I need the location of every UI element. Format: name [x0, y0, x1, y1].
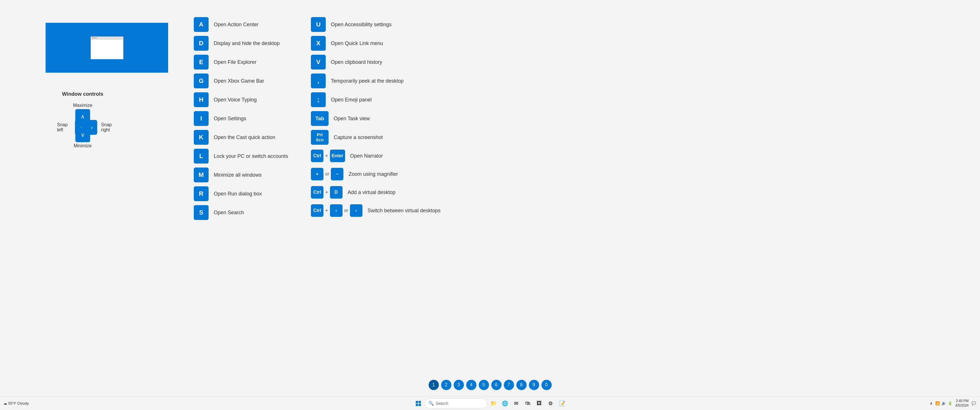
- taskbar-settings[interactable]: ⚙: [546, 398, 556, 408]
- window-dot: [92, 37, 93, 38]
- page-4[interactable]: 4: [466, 380, 476, 390]
- shortcut-label-ctrl-arrows: Switch between virtual desktops: [368, 208, 441, 214]
- taskbar-photos[interactable]: 🖼: [534, 398, 544, 408]
- key-comma: ,: [311, 73, 326, 88]
- or-text-2: or: [344, 208, 348, 213]
- shortcut-label-M: Minimize all windows: [214, 172, 262, 178]
- page-0[interactable]: 0: [541, 380, 552, 390]
- minimize-button[interactable]: ∨: [75, 127, 90, 142]
- shortcuts-section: A Open Action Center D Display and hide …: [194, 17, 441, 220]
- page-8[interactable]: 8: [516, 380, 527, 390]
- window-preview: [46, 23, 168, 73]
- taskbar-right: ∧ 📶 🔊 🔋 2:40 PM 4/5/2024 💬: [928, 399, 980, 408]
- combo-ctrl-d: Ctrl + D: [311, 186, 342, 199]
- window-controls-section: Window controls Maximize ∧ Snap left ‹ ›…: [57, 91, 108, 148]
- shortcut-label-H: Open Voice Typing: [214, 97, 257, 103]
- notification-button[interactable]: 💬: [971, 400, 977, 406]
- key-plus: +: [311, 168, 323, 180]
- window-inner: [91, 37, 123, 59]
- key-enter: Enter: [330, 149, 345, 162]
- page-6[interactable]: 6: [491, 380, 501, 390]
- key-S: S: [194, 205, 208, 220]
- svg-rect-1: [418, 401, 421, 403]
- page-2[interactable]: 2: [441, 380, 452, 390]
- key-ctrl-2: Ctrl: [311, 186, 323, 199]
- weather-icon: ☁: [3, 401, 7, 405]
- shortcut-tab: Tab Open Task view: [311, 111, 441, 126]
- tray-network[interactable]: 📶: [935, 400, 940, 406]
- key-G: G: [194, 73, 208, 88]
- page-5[interactable]: 5: [479, 380, 489, 390]
- start-button[interactable]: [413, 398, 423, 408]
- shortcut-comma: , Temporarily peek at the desktop: [311, 73, 441, 88]
- key-V: V: [311, 55, 326, 70]
- shortcuts-column-left: A Open Action Center D Display and hide …: [194, 17, 288, 220]
- taskbar-edge[interactable]: 🌐: [500, 398, 510, 408]
- taskbar-center: 🔍 Search 📁 🌐 ✉ 🛍 🖼 ⚙ 📝: [413, 398, 567, 408]
- shortcut-label-ctrl-d: Add a virtual desktop: [348, 189, 396, 195]
- plus-icon-3: +: [325, 208, 328, 214]
- window-preview-section: [46, 23, 168, 73]
- shortcut-A: A Open Action Center: [194, 17, 288, 32]
- shortcut-label-prtscn: Capture a screenshot: [334, 135, 383, 140]
- shortcut-label-R: Open Run dialog box: [214, 191, 262, 197]
- shortcut-ctrl-arrows: Ctrl + ‹ or › Switch between virtual des…: [311, 203, 441, 218]
- shortcut-label-tab: Open Task view: [334, 116, 370, 122]
- shortcut-U: U Open Accessibility settings: [311, 17, 441, 32]
- shortcut-M: M Minimize all windows: [194, 167, 288, 182]
- key-M: M: [194, 167, 208, 182]
- search-bar[interactable]: 🔍 Search: [425, 399, 487, 408]
- shortcut-label-L: Lock your PC or switch accounts: [214, 153, 288, 159]
- page-7[interactable]: 7: [504, 380, 514, 390]
- key-left-arrow: ‹: [330, 204, 342, 217]
- taskbar-time[interactable]: 2:40 PM 4/5/2024: [955, 399, 969, 408]
- shortcut-L: L Lock your PC or switch accounts: [194, 149, 288, 164]
- key-semicolon: ;: [311, 92, 326, 107]
- snap-left-label: Snap left: [57, 122, 71, 132]
- plus-icon-2: +: [325, 189, 328, 195]
- tray-up-arrow[interactable]: ∧: [928, 400, 934, 406]
- shortcut-G: G Open Xbox Game Bar: [194, 73, 288, 88]
- shortcut-label-E: Open File Explorer: [214, 59, 256, 65]
- snap-controls-wrapper: Maximize ∧ Snap left ‹ › Snap right ∨ Mi…: [57, 103, 108, 148]
- tray-volume[interactable]: 🔊: [941, 400, 947, 406]
- key-I: I: [194, 111, 208, 126]
- shortcut-S: S Open Search: [194, 205, 288, 220]
- maximize-label: Maximize: [73, 103, 92, 108]
- key-K: K: [194, 130, 208, 145]
- weather-widget: ☁ 55°F Cloudy: [3, 401, 29, 405]
- weather-condition: Cloudy: [18, 401, 29, 405]
- sys-tray: ∧ 📶 🔊 🔋: [928, 400, 953, 406]
- key-D-virtual: D: [330, 186, 342, 199]
- plus-icon: +: [325, 153, 328, 159]
- date-display: 4/5/2024: [955, 404, 969, 408]
- page-1[interactable]: 1: [429, 380, 439, 390]
- minimize-group: ∨ Minimize: [73, 127, 91, 148]
- shortcut-semicolon: ; Open Emoji panel: [311, 92, 441, 107]
- key-H: H: [194, 92, 208, 107]
- shortcut-label-G: Open Xbox Game Bar: [214, 78, 264, 84]
- shortcut-label-A: Open Action Center: [214, 22, 258, 28]
- page-3[interactable]: 3: [453, 380, 464, 390]
- key-ctrl-3: Ctrl: [311, 204, 323, 217]
- shortcut-E: E Open File Explorer: [194, 55, 288, 70]
- shortcut-D: D Display and hide the desktop: [194, 36, 288, 51]
- time-display: 2:40 PM: [956, 399, 969, 404]
- key-R: R: [194, 186, 208, 201]
- shortcut-magnifier: + or − Zoom using magnifier: [311, 167, 441, 181]
- shortcuts-column-right: U Open Accessibility settings X Open Qui…: [311, 17, 441, 220]
- tray-battery[interactable]: 🔋: [947, 400, 953, 406]
- window-dot: [95, 37, 97, 38]
- shortcut-H: H Open Voice Typing: [194, 92, 288, 107]
- combo-magnifier: + or −: [311, 168, 344, 180]
- shortcut-K: K Open the Cast quick action: [194, 130, 288, 145]
- search-label: Search: [436, 401, 448, 406]
- snap-right-label: Snap right: [101, 122, 116, 132]
- key-U: U: [311, 17, 326, 32]
- taskbar-file-explorer[interactable]: 📁: [488, 398, 499, 408]
- svg-rect-0: [416, 401, 418, 403]
- taskbar-vscode[interactable]: 📝: [557, 398, 567, 408]
- page-9[interactable]: 9: [529, 380, 539, 390]
- taskbar-store[interactable]: 🛍: [523, 398, 533, 408]
- taskbar-mail[interactable]: ✉: [511, 398, 522, 408]
